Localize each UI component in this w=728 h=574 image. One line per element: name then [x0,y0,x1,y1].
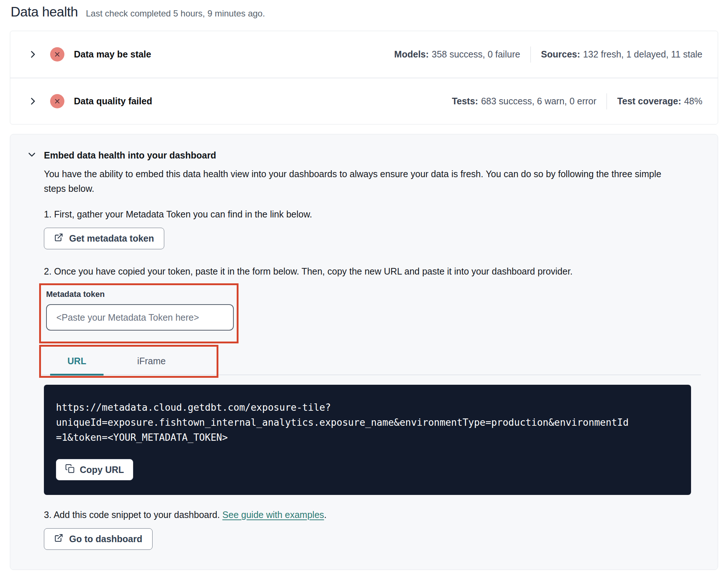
embed-description: You have the ability to embed this data … [44,167,673,196]
tab-url[interactable]: URL [50,347,104,376]
coverage-stat-value: 48% [684,96,702,107]
stat-divider [607,93,607,109]
get-metadata-token-button[interactable]: Get metadata token [44,228,164,249]
step-3-text-before: 3. Add this code snippet to your dashboa… [44,510,222,520]
embed-url-line: =1&token=<YOUR_METADATA_TOKEN> [56,430,676,445]
go-to-dashboard-label: Go to dashboard [69,534,142,544]
chevron-right-icon[interactable] [28,96,38,106]
status-row-stale[interactable]: Data may be stale Models: 358 success, 0… [10,31,718,78]
coverage-stat-label: Test coverage: [617,96,681,107]
step-2-text: 2. Once you have copied your token, past… [44,266,701,277]
chevron-down-icon[interactable] [27,150,37,161]
embed-url-line: https://metadata.cloud.getdbt.com/exposu… [56,400,676,415]
embed-output-tabs: URL iFrame [39,347,701,375]
chevron-right-icon[interactable] [28,49,38,59]
status-row-quality[interactable]: Data quality failed Tests: 683 success, … [10,78,718,124]
tests-stat-label: Tests: [452,96,478,107]
external-link-icon [54,533,63,545]
embed-section-header[interactable]: Embed data health into your dashboard [27,150,701,161]
external-link-icon [54,233,63,244]
data-health-page: Data health Last check completed 5 hours… [0,0,728,570]
status-card: Data may be stale Models: 358 success, 0… [10,31,718,124]
copy-url-label: Copy URL [80,465,124,475]
last-check-status: Last check completed 5 hours, 9 minutes … [86,8,265,19]
embed-section-title: Embed data health into your dashboard [44,150,216,161]
models-stat-label: Models: [394,49,429,60]
metadata-token-input[interactable] [46,304,234,331]
page-header: Data health Last check completed 5 hours… [10,4,718,20]
copy-url-button[interactable]: Copy URL [56,459,133,480]
sources-stat-value: 132 fresh, 1 delayed, 11 stale [583,49,702,60]
embed-url-line: uniqueId=exposure.fishtown_internal_anal… [56,415,676,430]
see-guide-link[interactable]: See guide with examples [222,510,324,520]
tabs-row: URL iFrame [39,347,701,375]
stat-divider [530,46,531,63]
tab-iframe[interactable]: iFrame [124,347,179,376]
get-metadata-token-label: Get metadata token [69,233,154,244]
status-row-stats: Tests: 683 success, 6 warn, 0 error Test… [452,93,702,109]
embed-panel: Embed data health into your dashboard Yo… [10,134,718,570]
embed-section-body: You have the ability to embed this data … [44,167,701,550]
step-1-text: 1. First, gather your Metadata Token you… [44,209,701,220]
metadata-token-label: Metadata token [46,290,237,299]
copy-icon [65,464,75,476]
status-row-title: Data may be stale [74,49,151,60]
sources-stat-label: Sources: [541,49,580,60]
step-3-text: 3. Add this code snippet to your dashboa… [44,510,701,520]
models-stat-value: 358 success, 0 failure [432,49,520,60]
step-3-text-after: . [324,510,327,520]
annotation-box-token: Metadata token [39,283,239,343]
error-x-icon [50,47,64,61]
go-to-dashboard-button[interactable]: Go to dashboard [44,528,153,550]
tests-stat-value: 683 success, 6 warn, 0 error [481,96,596,107]
embed-url-code-block: https://metadata.cloud.getdbt.com/exposu… [44,385,691,495]
page-title: Data health [11,4,78,20]
status-row-stats: Models: 358 success, 0 failure Sources: … [394,46,702,63]
status-row-title: Data quality failed [74,96,152,107]
error-x-icon [50,94,64,108]
